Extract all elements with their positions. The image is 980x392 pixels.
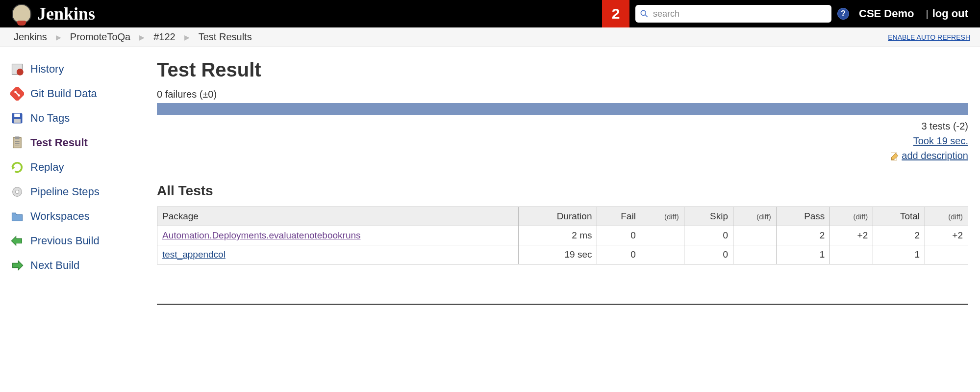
sidebar-item-label: Git Build Data (30, 87, 97, 100)
edit-icon (890, 151, 900, 160)
breadcrumb-item[interactable]: Test Results (195, 31, 256, 43)
failures-summary: 0 failures (±0) (157, 89, 968, 100)
chevron-right-icon: ▶ (179, 33, 195, 41)
footer-divider (157, 304, 968, 305)
sidebar-item-label: Pipeline Steps (30, 185, 100, 198)
svg-point-3 (17, 69, 24, 76)
sidebar-item-previous-build[interactable]: Previous Build (8, 229, 149, 253)
svg-point-0 (641, 10, 646, 15)
cell-skip-diff (733, 245, 777, 264)
jenkins-logo-icon (12, 4, 31, 24)
col-pass[interactable]: Pass (776, 207, 830, 226)
cell-duration: 2 ms (518, 226, 597, 245)
page-title: Test Result (157, 59, 968, 81)
cell-total-diff (925, 245, 968, 264)
svg-marker-19 (11, 236, 22, 246)
test-count-summary: 3 tests (-2) (157, 119, 968, 133)
replay-icon (10, 160, 25, 175)
cell-fail: 0 (597, 245, 641, 264)
sidebar-item-next-build[interactable]: Next Build (8, 253, 149, 278)
col-package[interactable]: Package (157, 207, 519, 226)
git-icon (10, 86, 25, 101)
user-link[interactable]: CSE Demo (859, 7, 914, 20)
table-row: test_appendcol 19 sec 0 0 1 1 (157, 245, 968, 264)
cell-total: 1 (873, 245, 925, 264)
logout-link[interactable]: log out (932, 7, 968, 20)
cell-pass: 1 (776, 245, 830, 264)
save-icon (10, 111, 25, 126)
col-pass-diff[interactable]: (diff) (830, 207, 873, 226)
sidebar: History Git Build Data No Tags Test Resu… (0, 47, 157, 316)
col-skip-diff[interactable]: (diff) (733, 207, 777, 226)
chevron-right-icon: ▶ (134, 33, 150, 41)
arrow-right-icon (10, 258, 25, 273)
col-fail[interactable]: Fail (597, 207, 641, 226)
search-input[interactable] (635, 5, 831, 23)
sidebar-item-no-tags[interactable]: No Tags (8, 106, 149, 131)
col-total-diff[interactable]: (diff) (925, 207, 968, 226)
all-tests-heading: All Tests (157, 183, 968, 199)
enable-auto-refresh-link[interactable]: ENABLE AUTO REFRESH (888, 33, 970, 41)
top-header: Jenkins 2 ? CSE Demo | log out (0, 0, 980, 27)
sidebar-item-label: Test Result (30, 136, 88, 149)
test-progress-bar (157, 103, 968, 115)
search-container (635, 5, 831, 23)
breadcrumb: Jenkins ▶ PromoteToQa ▶ #122 ▶ Test Resu… (0, 27, 980, 47)
cell-skip: 0 (684, 245, 733, 264)
tests-table: Package Duration Fail (diff) Skip (diff)… (157, 207, 968, 264)
gear-icon (10, 184, 25, 199)
duration-link[interactable]: Took 19 sec. (913, 135, 968, 146)
svg-rect-9 (14, 114, 20, 117)
folder-icon (10, 209, 25, 224)
cell-fail-diff (641, 226, 684, 245)
svg-point-18 (16, 190, 19, 194)
help-icon[interactable]: ? (837, 8, 849, 20)
svg-rect-10 (14, 119, 21, 123)
cell-fail: 0 (597, 226, 641, 245)
main-content: Test Result 0 failures (±0) 3 tests (-2)… (157, 47, 980, 316)
col-total[interactable]: Total (873, 207, 925, 226)
sidebar-item-history[interactable]: History (8, 57, 149, 81)
sidebar-item-label: Replay (30, 161, 64, 174)
chevron-right-icon: ▶ (51, 33, 66, 41)
logo-area[interactable]: Jenkins (0, 3, 95, 24)
cell-pass-diff: +2 (830, 226, 873, 245)
package-link[interactable]: test_appendcol (162, 249, 226, 260)
col-fail-diff[interactable]: (diff) (641, 207, 684, 226)
cell-fail-diff (641, 245, 684, 264)
sidebar-item-label: No Tags (30, 112, 70, 125)
sidebar-item-workspaces[interactable]: Workspaces (8, 204, 149, 229)
sidebar-item-pipeline-steps[interactable]: Pipeline Steps (8, 180, 149, 204)
col-duration[interactable]: Duration (518, 207, 597, 226)
table-row: Automation.Deployments.evaluatenotebookr… (157, 226, 968, 245)
arrow-left-icon (10, 234, 25, 248)
logo-text: Jenkins (37, 3, 95, 24)
cell-pass: 2 (776, 226, 830, 245)
sidebar-item-label: History (30, 63, 64, 76)
breadcrumb-item[interactable]: Jenkins (10, 31, 51, 43)
sidebar-item-replay[interactable]: Replay (8, 155, 149, 180)
add-description-link[interactable]: add description (902, 148, 968, 163)
cell-total: 2 (873, 226, 925, 245)
history-icon (10, 62, 25, 77)
cell-skip-diff (733, 226, 777, 245)
cell-skip: 0 (684, 226, 733, 245)
cell-duration: 19 sec (518, 245, 597, 264)
search-icon (639, 9, 649, 19)
package-link[interactable]: Automation.Deployments.evaluatenotebookr… (162, 230, 361, 240)
sidebar-item-label: Previous Build (30, 235, 100, 247)
sidebar-item-git-build-data[interactable]: Git Build Data (8, 81, 149, 106)
cell-total-diff: +2 (925, 226, 968, 245)
sidebar-item-test-result[interactable]: Test Result (8, 131, 149, 155)
clipboard-icon (10, 135, 25, 150)
breadcrumb-item[interactable]: #122 (150, 31, 179, 43)
svg-marker-20 (13, 261, 23, 270)
table-header-row: Package Duration Fail (diff) Skip (diff)… (157, 207, 968, 226)
sidebar-item-label: Next Build (30, 259, 79, 272)
col-skip[interactable]: Skip (684, 207, 733, 226)
breadcrumb-item[interactable]: PromoteToQa (66, 31, 134, 43)
header-separator: | (926, 8, 928, 20)
svg-rect-12 (15, 136, 19, 139)
sidebar-item-label: Workspaces (30, 210, 90, 223)
notification-badge[interactable]: 2 (602, 0, 629, 27)
